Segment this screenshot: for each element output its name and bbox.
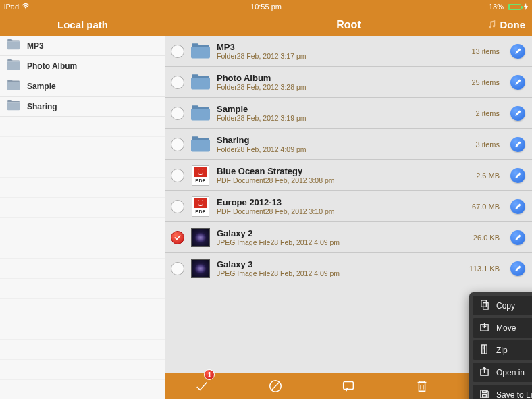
file-type: Folder — [217, 83, 237, 91]
svg-point-0 — [25, 9, 26, 10]
wifi-icon — [22, 3, 30, 10]
file-type: Folder — [217, 145, 237, 153]
edit-button[interactable] — [510, 106, 525, 121]
sidebar-label: MP3 — [27, 41, 44, 51]
file-row[interactable]: SampleFolder28 Feb, 2012 3:19 pm2 items — [165, 98, 532, 129]
pdf-icon: PDF — [191, 197, 210, 216]
file-type: PDF Document — [217, 176, 265, 184]
nav-left-title: Local path — [0, 14, 165, 36]
file-row[interactable]: PDFBlue Ocean StrategyPDF Document28 Feb… — [165, 160, 532, 191]
file-row[interactable]: Photo AlbumFolder28 Feb, 2012 3:28 pm25 … — [165, 67, 532, 98]
deselect-button[interactable] — [259, 373, 292, 399]
menu-item-copy[interactable]: Copy — [473, 296, 532, 315]
row-checkbox[interactable] — [171, 200, 184, 213]
file-row[interactable]: SharingFolder28 Feb, 2012 4:09 pm3 items — [165, 129, 532, 160]
battery-icon — [508, 4, 521, 10]
file-date: 28 Feb, 2012 3:28 pm — [237, 83, 307, 91]
file-size: 26.0 KB — [473, 234, 500, 242]
row-checkbox[interactable] — [171, 45, 184, 58]
menu-item-open-in[interactable]: Open in — [473, 363, 532, 382]
menu-label: Zip — [496, 346, 508, 355]
svg-rect-3 — [481, 300, 487, 306]
selection-badge: 1 — [204, 369, 215, 380]
svg-rect-8 — [483, 394, 487, 397]
menu-item-zip[interactable]: Zip — [473, 340, 532, 360]
file-row[interactable]: Galaxy 3JPEG Image File28 Feb, 2012 4:09… — [165, 253, 532, 284]
row-checkbox[interactable] — [171, 262, 184, 275]
image-icon — [191, 228, 210, 247]
row-checkbox[interactable] — [171, 169, 184, 182]
menu-label: Move — [496, 323, 516, 333]
file-size: 113.1 KB — [469, 265, 500, 273]
file-date: 28 Feb, 2012 3:08 pm — [265, 176, 335, 184]
file-info: Blue Ocean StrategyPDF Document28 Feb, 2… — [217, 166, 469, 184]
edit-button[interactable] — [510, 261, 525, 276]
file-date: 28 Feb, 2012 3:10 pm — [265, 207, 335, 215]
sidebar: MP3Photo AlbumSampleSharing — [0, 36, 165, 399]
file-row[interactable]: PDFEurope 2012-13PDF Document28 Feb, 201… — [165, 191, 532, 222]
file-size: 67.0 MB — [472, 203, 500, 211]
edit-button[interactable] — [510, 199, 525, 214]
status-time: 10:55 pm — [250, 3, 282, 11]
file-date: 28 Feb, 2012 4:09 pm — [270, 269, 340, 277]
sidebar-label: Sample — [27, 82, 56, 91]
trash-icon — [415, 379, 429, 394]
actions-button[interactable] — [331, 373, 365, 399]
status-bar: iPad 10:55 pm 13% — [0, 0, 532, 14]
file-info: Photo AlbumFolder28 Feb, 2012 3:28 pm — [217, 73, 464, 91]
row-checkbox[interactable] — [171, 231, 184, 244]
file-date: 28 Feb, 2012 4:09 pm — [270, 238, 340, 246]
file-info: Europe 2012-13PDF Document28 Feb, 2012 3… — [217, 197, 465, 215]
file-name: Galaxy 3 — [217, 259, 462, 269]
menu-item-save-to-library[interactable]: Save to Library — [473, 385, 532, 399]
file-row[interactable]: MP3Folder28 Feb, 2012 3:17 pm13 items — [165, 36, 532, 67]
image-icon — [191, 259, 210, 278]
edit-button[interactable] — [510, 230, 525, 245]
save-icon — [479, 389, 489, 400]
main-pane: MP3Folder28 Feb, 2012 3:17 pm13 itemsPho… — [165, 36, 532, 399]
edit-button[interactable] — [510, 137, 525, 152]
done-button[interactable]: Done — [487, 19, 526, 30]
sidebar-item-mp3[interactable]: MP3 — [0, 36, 165, 56]
file-type: Folder — [217, 114, 237, 122]
row-checkbox[interactable] — [171, 76, 184, 89]
sidebar-item-photo-album[interactable]: Photo Album — [0, 56, 165, 76]
file-info: Galaxy 3JPEG Image File28 Feb, 2012 4:09… — [217, 259, 462, 277]
file-name: Blue Ocean Strategy — [217, 166, 469, 176]
folder-icon — [7, 59, 20, 72]
menu-item-move[interactable]: Move — [473, 318, 532, 338]
edit-button[interactable] — [510, 168, 525, 183]
edit-button[interactable] — [510, 75, 525, 90]
folder-icon — [191, 73, 210, 92]
file-info: Galaxy 2JPEG Image File28 Feb, 2012 4:09… — [217, 228, 467, 246]
sidebar-item-sample[interactable]: Sample — [0, 76, 165, 97]
folder-icon — [7, 39, 20, 52]
menu-label: Copy — [496, 301, 515, 311]
menu-label: Open in — [496, 368, 525, 377]
row-checkbox[interactable] — [171, 138, 184, 151]
file-size: 2 items — [476, 109, 500, 117]
check-icon — [194, 379, 209, 394]
context-menu: CopyMoveZipOpen inSave to Library — [469, 292, 532, 399]
file-date: 28 Feb, 2012 3:17 pm — [237, 52, 307, 60]
file-type: PDF Document — [217, 207, 265, 215]
move-icon — [479, 322, 489, 334]
file-date: 28 Feb, 2012 3:19 pm — [237, 114, 307, 122]
edit-button[interactable] — [510, 44, 525, 59]
svg-rect-2 — [344, 382, 354, 390]
cancel-circle-icon — [268, 379, 283, 394]
row-checkbox[interactable] — [171, 107, 184, 120]
select-all-button[interactable]: 1 — [185, 373, 219, 399]
sidebar-item-sharing[interactable]: Sharing — [0, 97, 165, 117]
file-size: 25 items — [471, 78, 500, 86]
delete-button[interactable] — [405, 373, 439, 399]
file-name: Photo Album — [217, 73, 464, 83]
file-name: Sample — [217, 104, 469, 114]
file-info: MP3Folder28 Feb, 2012 3:17 pm — [217, 42, 464, 60]
music-note-icon — [487, 20, 496, 30]
charging-icon — [524, 3, 528, 10]
file-size: 3 items — [476, 140, 500, 149]
file-row[interactable]: Galaxy 2JPEG Image File28 Feb, 2012 4:09… — [165, 222, 532, 253]
sidebar-label: Photo Album — [27, 61, 77, 71]
file-info: SharingFolder28 Feb, 2012 4:09 pm — [217, 135, 469, 153]
